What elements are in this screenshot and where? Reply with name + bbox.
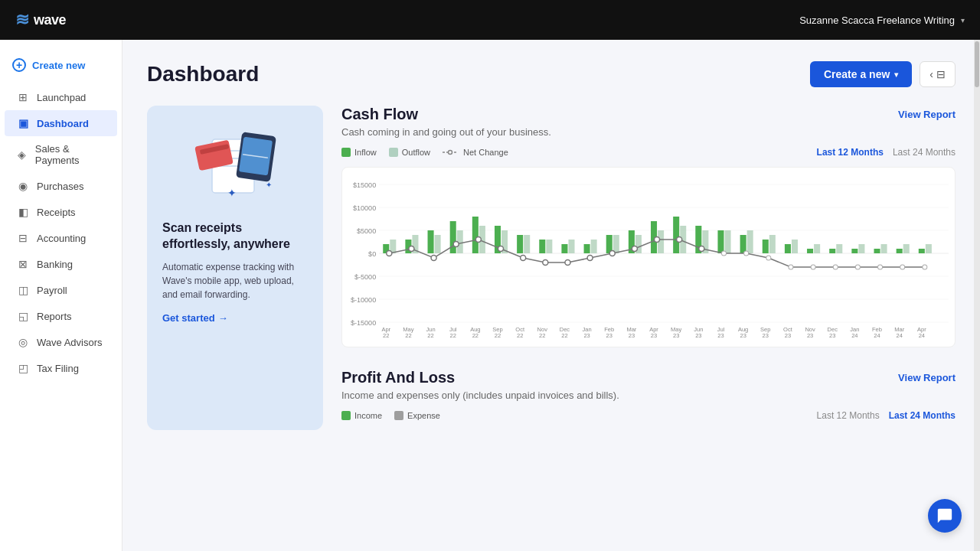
svg-text:22: 22 [539,332,545,337]
cash-flow-last-12-months[interactable]: Last 12 Months [817,147,884,158]
svg-point-83 [521,256,526,261]
svg-text:22: 22 [383,332,389,337]
chart-filters: Inflow Outflow Net Change [341,147,956,158]
legend-net-change: Net Change [443,148,508,157]
layout: + Create new ⊞ Launchpad ▣ Dashboard ◈ S… [0,40,980,551]
cash-flow-last-24-months[interactable]: Last 24 Months [893,147,956,158]
svg-rect-59 [740,235,746,253]
svg-text:✦: ✦ [227,187,237,199]
income-color [341,411,351,420]
svg-text:23: 23 [785,332,791,337]
page-header: Dashboard Create a new ▾ ‹ ⊟ [147,61,956,87]
sidebar-item-tax-filing[interactable]: ◰ Tax Filing [5,355,117,381]
promo-link-arrow-icon: → [218,312,228,324]
sidebar-item-label: Banking [37,259,73,270]
plus-icon: + [12,58,26,72]
promo-card: ✦ ✦ Scan receipts effortlessly, anywhere… [147,106,323,430]
promo-title: Scan receipts effortlessly, anywhere [162,220,308,253]
nav-grid-icon: ⊟ [936,68,946,80]
svg-rect-66 [814,244,820,253]
svg-text:24: 24 [896,332,902,337]
svg-point-81 [475,237,481,243]
income-label: Income [354,411,382,420]
svg-text:23: 23 [717,332,724,337]
create-new-button[interactable]: Create a new ▾ [810,61,912,87]
svg-rect-62 [769,235,776,253]
svg-rect-76 [926,244,932,253]
content-row: ✦ ✦ Scan receipts effortlessly, anywhere… [147,106,956,430]
svg-point-92 [721,251,726,256]
sidebar-item-accounting[interactable]: ⊟ Accounting [5,225,117,251]
legend-inflow: Inflow [341,148,377,157]
sidebar-item-label: Tax Filing [37,363,79,374]
svg-point-85 [565,260,570,266]
profit-loss-section: Profit And Loss View Report Income and e… [341,369,956,421]
account-chevron-icon: ▾ [961,16,965,24]
sidebar-item-launchpad[interactable]: ⊞ Launchpad [5,84,117,110]
sidebar-item-label: Reports [37,311,72,322]
cash-flow-time-filters: Last 12 Months Last 24 Months [817,147,956,158]
nav-back-icon: ‹ [929,68,933,80]
cash-flow-view-report-link[interactable]: View Report [898,109,956,120]
sidebar-item-label: Accounting [37,233,86,244]
promo-illustration: ✦ ✦ [162,124,308,208]
promo-description: Automatic expense tracking with Wave's m… [162,260,308,302]
svg-text:23: 23 [695,332,701,337]
svg-text:23: 23 [673,332,679,337]
expense-color [394,411,403,420]
svg-rect-57 [717,230,724,253]
sidebar-item-purchases[interactable]: ◉ Purchases [5,173,117,199]
nav-back-button[interactable]: ‹ ⊟ [920,61,956,87]
promo-get-started-link[interactable]: Get started → [162,312,308,324]
sidebar-item-reports[interactable]: ◱ Reports [5,303,117,329]
sidebar-item-receipts[interactable]: ◧ Receipts [5,199,117,225]
profit-loss-description: Income and expenses only (includes unpai… [341,390,956,401]
inflow-color [341,148,351,157]
svg-rect-69 [851,249,858,253]
banking-icon: ⊠ [17,258,29,270]
profit-loss-last-24-months[interactable]: Last 24 Months [889,410,956,421]
svg-text:23: 23 [629,332,635,337]
net-change-label: Net Change [463,148,508,157]
svg-rect-41 [539,240,545,253]
sidebar-create-new[interactable]: + Create new [0,52,122,84]
account-selector[interactable]: Suzanne Scacca Freelance Writing ▾ [799,15,965,26]
sidebar-item-banking[interactable]: ⊠ Banking [5,251,117,277]
profit-loss-last-12-months[interactable]: Last 12 Months [817,410,880,421]
svg-text:24: 24 [851,332,858,337]
svg-point-100 [900,265,905,269]
sidebar-item-payroll[interactable]: ◫ Payroll [5,277,117,303]
outflow-color [389,148,398,157]
legend-income: Income [341,411,382,420]
svg-text:22: 22 [427,332,433,337]
svg-text:22: 22 [405,332,411,337]
svg-rect-39 [517,235,523,253]
svg-text:23: 23 [651,332,657,337]
svg-text:$10000: $10000 [353,204,376,212]
inflow-label: Inflow [354,148,377,157]
svg-text:22: 22 [495,332,501,337]
svg-rect-75 [919,249,925,253]
promo-link-text: Get started [162,312,215,324]
svg-rect-35 [472,217,479,253]
svg-text:23: 23 [740,332,746,337]
scrollbar[interactable] [974,40,980,551]
cash-flow-description: Cash coming in and going out of your bus… [341,126,956,138]
svg-rect-74 [903,244,910,253]
sidebar-item-sales[interactable]: ◈ Sales & Payments [5,136,117,173]
logo-text: wave [34,12,66,28]
svg-point-96 [811,265,815,269]
svg-point-77 [387,251,392,256]
svg-point-98 [855,265,860,269]
sidebar-item-dashboard[interactable]: ▣ Dashboard [5,110,117,136]
dashboard-icon: ▣ [17,117,29,129]
tax-filing-icon: ◰ [17,362,29,374]
svg-rect-31 [428,230,434,253]
sidebar-item-wave-advisors[interactable]: ◎ Wave Advisors [5,329,117,355]
svg-point-93 [744,251,749,256]
svg-text:$0: $0 [368,250,376,258]
svg-rect-46 [591,240,597,253]
chat-button[interactable] [928,499,962,533]
cash-flow-chart-svg: $15000 $10000 $5000 $0 $-5000 $-10000 $-… [348,177,949,337]
profit-loss-view-report-link[interactable]: View Report [898,372,956,383]
